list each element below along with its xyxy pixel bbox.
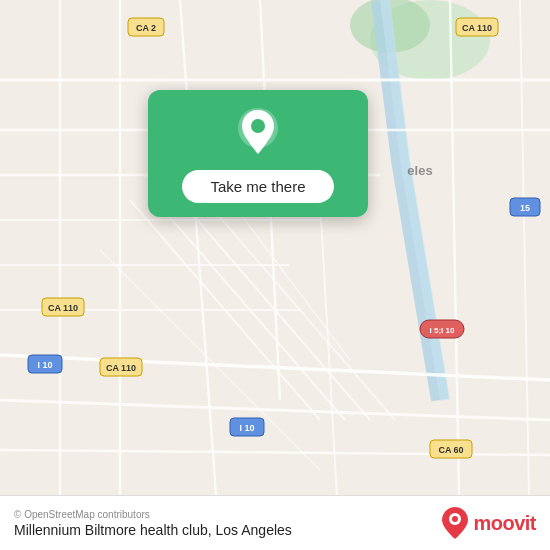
moovit-logo: moovit — [441, 506, 536, 540]
svg-text:I 10: I 10 — [37, 360, 52, 370]
svg-text:I 5;I 10: I 5;I 10 — [430, 326, 455, 335]
location-pin-icon — [236, 108, 280, 160]
moovit-brand-label: moovit — [473, 512, 536, 535]
svg-text:I 10: I 10 — [239, 423, 254, 433]
svg-text:CA 2: CA 2 — [136, 23, 156, 33]
svg-point-46 — [251, 119, 265, 133]
svg-text:15: 15 — [520, 203, 530, 213]
bottom-bar: © OpenStreetMap contributors Millennium … — [0, 495, 550, 550]
svg-text:eles: eles — [407, 163, 432, 178]
svg-text:CA 110: CA 110 — [106, 363, 136, 373]
map-background: CA 2 CA 110 CA 110 CA 110 I 10 I 10 CA 6… — [0, 0, 550, 550]
svg-text:CA 110: CA 110 — [462, 23, 492, 33]
moovit-pin-icon — [441, 506, 469, 540]
svg-text:CA 60: CA 60 — [438, 445, 463, 455]
take-me-there-button[interactable]: Take me there — [182, 170, 333, 203]
location-info: © OpenStreetMap contributors Millennium … — [14, 509, 292, 538]
svg-text:CA 110: CA 110 — [48, 303, 78, 313]
copyright-text: © OpenStreetMap contributors — [14, 509, 292, 520]
navigation-card: Take me there — [148, 90, 368, 217]
location-name: Millennium Biltmore health club, Los Ang… — [14, 522, 292, 538]
svg-point-48 — [452, 516, 458, 522]
map-container: CA 2 CA 110 CA 110 CA 110 I 10 I 10 CA 6… — [0, 0, 550, 550]
